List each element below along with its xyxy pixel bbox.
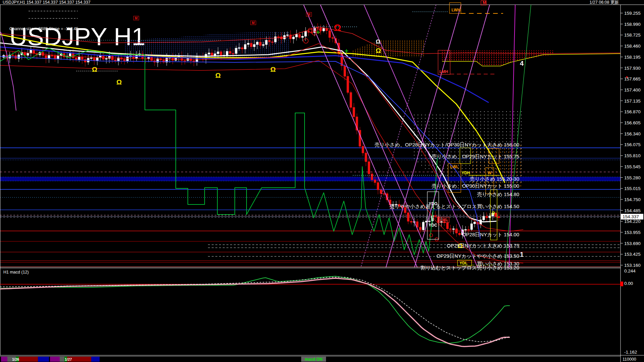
candle-body xyxy=(455,229,458,233)
candle-body xyxy=(302,36,304,38)
candle-body xyxy=(446,223,448,229)
axis-price-label: 156.075 xyxy=(624,142,641,147)
candle-body xyxy=(286,35,288,36)
indicator-label-1[interactable]: 1 xyxy=(520,251,524,258)
candle-body xyxy=(262,45,264,46)
annotation-text: OP28日NYカット 154.00 xyxy=(462,232,519,237)
candle-body xyxy=(226,51,228,55)
candle-body xyxy=(126,57,128,61)
indicator-label-YDC[interactable]: YDC xyxy=(429,223,437,228)
candle-body xyxy=(410,221,412,222)
current-price-label: 154.337 xyxy=(623,214,639,219)
candle-body xyxy=(377,183,379,190)
axis-price-label: 157.930 xyxy=(624,66,641,71)
candle-body xyxy=(24,52,26,55)
axis-price-label: 154.220 xyxy=(624,219,641,224)
macd-axis-label: -1.162 xyxy=(624,350,637,355)
candle-body xyxy=(217,52,219,54)
macd-axis-label: 0.244 xyxy=(624,268,636,274)
indicator-label-4[interactable]: 4 xyxy=(520,60,524,67)
candle-body xyxy=(362,146,364,153)
main-chart[interactable]: USDJPY,H1 154.337 154.337 154.337 154.33… xyxy=(0,0,644,362)
candle-body xyxy=(81,57,83,59)
axis-price-label: 158.990 xyxy=(624,22,641,27)
macd-status-label: macd ON xyxy=(305,357,323,362)
m-marker-letter: M xyxy=(252,21,255,25)
session-segment xyxy=(1,357,7,362)
omega-marker-icon: Ω xyxy=(376,47,381,54)
candle-body xyxy=(238,48,240,48)
candle-body xyxy=(90,58,92,59)
candle-body xyxy=(235,48,237,54)
candle-body xyxy=(422,222,424,230)
axis-price-label: 156.870 xyxy=(624,109,641,114)
session-segment xyxy=(50,357,60,362)
axis-price-label: 153.955 xyxy=(624,230,641,235)
candle-body xyxy=(471,224,473,229)
axis-price-label: 155.810 xyxy=(624,153,641,158)
candle-body xyxy=(332,38,334,39)
annotation-text: 割り込むとストップロス売り小さめ 153.20 xyxy=(421,265,519,270)
candle-body xyxy=(256,42,258,45)
candle-body xyxy=(380,190,382,193)
candle-body xyxy=(374,180,376,182)
candle-body xyxy=(220,52,222,56)
indicator-label-W[interactable]: W xyxy=(488,171,492,175)
session-segment xyxy=(19,357,38,362)
macd-axis-label: 0.00 xyxy=(624,281,633,286)
axis-price-label: 158.195 xyxy=(624,55,641,60)
axis-price-label: 159.255 xyxy=(624,11,641,16)
indicator-label-LWL[interactable]: LWL xyxy=(450,165,459,169)
axis-price-label: 153.425 xyxy=(624,252,641,257)
candle-body xyxy=(299,35,301,38)
candle-body xyxy=(365,153,367,162)
candle-body xyxy=(449,229,451,229)
candle-body xyxy=(495,213,497,217)
candle-body xyxy=(268,40,270,42)
axis-price-label: 153.690 xyxy=(624,241,641,246)
m-marker-letter: M xyxy=(135,16,138,20)
candle-body xyxy=(350,93,352,108)
candle-body xyxy=(78,57,80,59)
volume-readout: 110000 xyxy=(623,357,636,362)
axis-price-label: 154.485 xyxy=(624,208,641,213)
candle-body xyxy=(12,55,14,56)
axis-price-label: 157.400 xyxy=(624,87,641,93)
indicator-label-D[interactable]: D xyxy=(492,211,495,216)
candle-body xyxy=(483,216,485,220)
candle-body xyxy=(108,56,110,59)
axis-price-label: 158.460 xyxy=(624,44,641,49)
candle-body xyxy=(347,76,349,93)
annotation-text: OP29日NYカットやや小さめ 153.50 xyxy=(436,253,519,259)
candle-body xyxy=(105,58,107,59)
candle-body xyxy=(253,45,255,47)
indicator-label-LMH[interactable]: LMH xyxy=(439,69,448,74)
axis-price-label: 156.340 xyxy=(624,131,641,136)
candle-body xyxy=(425,221,427,222)
indicator-label-LML[interactable]: LML xyxy=(440,218,448,222)
candle-body xyxy=(292,37,294,39)
candle-body xyxy=(75,58,77,59)
annotation-text: 売り小さめ、OP28日NYカット/OP30日NYカット大きめ 156.00 xyxy=(375,142,519,147)
axis-price-label: 157.135 xyxy=(624,99,641,104)
macd-panel-label: H1 macd (12) xyxy=(3,270,29,275)
indicator-label-M[interactable]: M xyxy=(483,0,486,5)
m-marker-letter: M xyxy=(308,13,310,16)
candle-body xyxy=(184,60,186,61)
omega-marker-icon: Ω xyxy=(334,23,341,33)
candle-body xyxy=(232,53,234,54)
candle-body xyxy=(27,53,29,55)
omega-marker-icon: Ω xyxy=(376,39,380,45)
annotation-text: OP29日NYカット大きめ 153.75 xyxy=(447,243,519,248)
candle-body xyxy=(371,174,373,180)
candle-body xyxy=(353,108,355,117)
day-session-strip: 1/261/27 xyxy=(1,357,100,362)
indicator-label-LWH[interactable]: LWH xyxy=(451,8,461,12)
candle-body xyxy=(271,42,273,43)
session-segment xyxy=(60,357,64,362)
candle-body xyxy=(265,40,267,45)
candle-body xyxy=(329,31,331,38)
update-timestamp[interactable]: 1/27 06:08 更新 xyxy=(589,0,619,5)
candle-body xyxy=(368,162,370,174)
indicator-label-YDH[interactable]: YDH xyxy=(462,171,470,175)
